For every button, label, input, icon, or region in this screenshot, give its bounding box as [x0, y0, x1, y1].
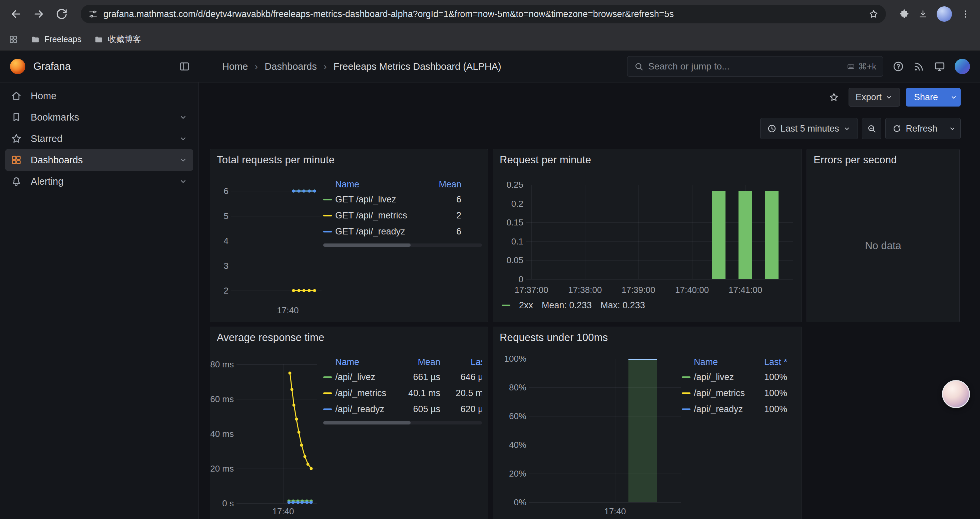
legend-row: /api/_livez 100%	[682, 369, 792, 385]
refresh-icon	[892, 124, 902, 133]
series-mean: 6	[429, 227, 461, 237]
panel-title[interactable]: Average response time	[217, 332, 324, 344]
search-input[interactable]	[648, 61, 842, 72]
panel-title[interactable]: Requests under 100ms	[500, 332, 608, 344]
sidebar-item-alerting[interactable]: Alerting	[5, 171, 193, 192]
scrollbar-thumb[interactable]	[323, 243, 410, 247]
display-icon[interactable]	[934, 61, 945, 72]
zoom-out-button[interactable]	[862, 118, 881, 139]
share-button[interactable]: Share	[906, 88, 946, 107]
legend-row: /api/_readyz 100%	[682, 401, 792, 417]
browser-profile-avatar[interactable]	[937, 6, 952, 22]
floating-assistant-avatar[interactable]	[942, 380, 970, 408]
series-swatch	[323, 393, 332, 394]
legend-row: GET /api/_livez 6	[323, 192, 482, 208]
breadcrumb-separator: ›	[323, 61, 327, 72]
legend-scrollbar[interactable]	[323, 243, 482, 247]
forward-button[interactable]	[29, 5, 48, 23]
series-swatch	[323, 199, 332, 200]
folder-icon	[31, 35, 40, 44]
sidebar-item-starred[interactable]: Starred	[5, 128, 193, 149]
home-icon	[11, 90, 22, 102]
sidebar-item-label: Dashboards	[31, 155, 83, 166]
legend-col-last[interactable]: Last	[440, 357, 482, 367]
series-mean: 605 µs	[402, 404, 440, 414]
bookmark-folder-freeleaps[interactable]: Freeleaps	[31, 34, 81, 44]
panel-requests-under-100ms: Requests under 100ms 100%80%60%40%20%0%1…	[493, 327, 802, 519]
user-avatar[interactable]	[955, 59, 970, 74]
bookmark-folder-blogs[interactable]: 收藏博客	[94, 34, 141, 45]
series-name[interactable]: GET /api/_readyz	[335, 227, 429, 237]
sidebar-item-bookmarks[interactable]: Bookmarks	[5, 107, 193, 128]
grafana-header: Grafana Home › Dashboards › Freeleaps Me…	[0, 51, 980, 83]
legend-row: /api/_readyz 605 µs 620 µs	[323, 401, 482, 417]
back-button[interactable]	[7, 5, 25, 23]
breadcrumb-home[interactable]: Home	[222, 61, 248, 72]
refresh-interval-button[interactable]	[944, 118, 960, 139]
export-label: Export	[856, 92, 881, 102]
legend-row: GET /api/_readyz 6	[323, 224, 482, 240]
legend-row: GET /api/_metrics 2	[323, 208, 482, 224]
legend-table: Name Mean GET /api/_livez 6 GET /api/_me…	[323, 177, 482, 247]
average-response-time-chart: 80 ms60 ms40 ms20 ms0 s17:40	[213, 364, 317, 519]
chevron-down-icon[interactable]	[178, 177, 188, 186]
chevron-down-icon[interactable]	[178, 155, 188, 164]
series-name[interactable]: GET /api/_metrics	[335, 211, 429, 221]
legend-col-name[interactable]: Name	[335, 179, 429, 190]
share-label: Share	[914, 92, 938, 102]
downloads-icon[interactable]	[918, 9, 928, 19]
legend-col-mean[interactable]: Mean	[402, 357, 440, 367]
refresh-label: Refresh	[905, 124, 937, 134]
series-name[interactable]: /api/_metrics	[694, 388, 751, 398]
sidebar-item-home[interactable]: Home	[5, 85, 193, 107]
series-name[interactable]: 2xx	[519, 300, 533, 311]
share-menu-button[interactable]	[946, 88, 961, 107]
sidebar-item-dashboards[interactable]: Dashboards	[5, 149, 193, 171]
series-max: Max: 0.233	[600, 300, 645, 311]
grafana-logo[interactable]	[10, 59, 25, 74]
browser-menu-icon[interactable]	[961, 9, 970, 19]
help-icon[interactable]	[892, 61, 904, 72]
series-name[interactable]: /api/_readyz	[694, 404, 751, 414]
dashboard-actions-row: Export Share	[199, 88, 961, 107]
breadcrumb-dashboards[interactable]: Dashboards	[264, 61, 317, 72]
series-name[interactable]: GET /api/_livez	[335, 194, 429, 205]
reload-button[interactable]	[52, 5, 71, 23]
time-range-picker[interactable]: Last 5 minutes	[760, 118, 858, 139]
legend-col-name[interactable]: Name	[335, 357, 402, 367]
extensions-icon[interactable]	[899, 9, 909, 19]
series-last: 100%	[751, 404, 787, 414]
star-icon	[829, 92, 839, 102]
site-settings-icon[interactable]	[88, 9, 98, 19]
address-bar[interactable]	[81, 5, 886, 23]
series-name[interactable]: /api/_livez	[335, 372, 402, 382]
search-box[interactable]: ⌘+k	[627, 56, 883, 77]
series-name[interactable]: /api/_metrics	[335, 388, 402, 398]
news-rss-icon[interactable]	[913, 61, 924, 72]
request-per-minute-chart: 0.250.20.150.10.05017:37:0017:38:0017:39…	[499, 185, 793, 303]
series-name[interactable]: /api/_livez	[694, 372, 751, 382]
bookmark-star-icon[interactable]	[869, 9, 878, 19]
favorite-dashboard-button[interactable]	[825, 88, 843, 106]
export-button[interactable]: Export	[849, 88, 900, 107]
grafana-brand: Grafana	[0, 59, 199, 74]
legend-scrollbar[interactable]	[323, 421, 482, 425]
mega-menu-dock-icon[interactable]	[179, 61, 190, 72]
series-swatch	[682, 393, 690, 394]
chevron-down-icon[interactable]	[178, 113, 188, 122]
panel-title[interactable]: Request per minute	[500, 154, 591, 166]
apps-grid-icon[interactable]	[9, 35, 18, 44]
chevron-down-icon[interactable]	[178, 134, 188, 143]
series-swatch	[682, 409, 690, 410]
refresh-button[interactable]: Refresh	[886, 118, 944, 139]
legend-col-name[interactable]: Name	[694, 357, 751, 367]
legend-col-last[interactable]: Last *	[751, 357, 787, 367]
series-name[interactable]: /api/_readyz	[335, 404, 402, 414]
series-mean: 661 µs	[402, 372, 440, 382]
legend-col-mean[interactable]: Mean	[429, 179, 461, 190]
panel-title[interactable]: Total requests per minute	[217, 154, 334, 166]
sidebar-item-label: Starred	[31, 133, 62, 144]
scrollbar-thumb[interactable]	[323, 421, 410, 425]
search-shortcut: ⌘+k	[847, 61, 876, 72]
url-input[interactable]	[103, 9, 863, 19]
